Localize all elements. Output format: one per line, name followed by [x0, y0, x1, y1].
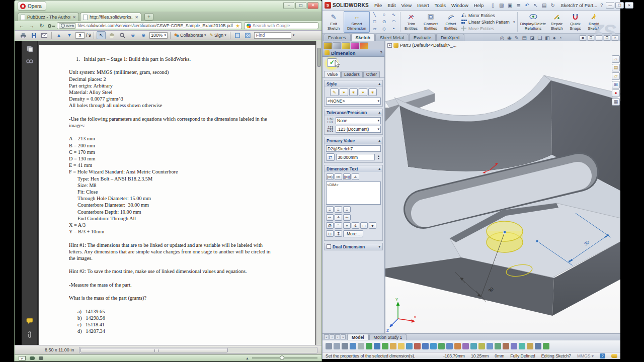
panel-tab-icon[interactable] [360, 42, 368, 49]
browser-tab[interactable]: PubBuzz - The Author ... ✕ [18, 13, 79, 21]
tab-scroll-icon[interactable]: « [324, 334, 329, 339]
value-spinner[interactable]: ▲▼ [376, 155, 381, 160]
save-icon[interactable] [29, 31, 38, 39]
zoom-in-icon[interactable]: ⊕ [139, 31, 148, 39]
sketch-tool-icon[interactable] [495, 343, 501, 349]
sketch-tool-icon[interactable] [406, 343, 413, 349]
sketch-tool-icon[interactable] [487, 343, 493, 349]
previous-page-icon[interactable]: ▲ [54, 31, 63, 39]
quick-access-icon[interactable]: ▨ [498, 2, 505, 9]
graphics-viewport[interactable]: + Part3 (Default<<Default>_... [385, 41, 620, 340]
minimize-button[interactable]: — [606, 2, 614, 9]
sketch-entity-icon[interactable]: • [389, 26, 398, 33]
sketch-entity-icon[interactable]: ⊙ [379, 19, 389, 26]
new-tab-button[interactable]: + [144, 13, 153, 21]
display-delete-relations-button[interactable]: Display/Delete Relations [519, 11, 547, 33]
symbol-button[interactable]: ° [335, 222, 342, 229]
quick-snaps-button[interactable]: Quick Snaps [567, 11, 585, 33]
scrollbar-thumb[interactable] [80, 348, 227, 352]
url-field[interactable]: Web files.solidworks.com/services/certif… [57, 22, 242, 29]
move-entities-button[interactable]: Move Entities [460, 26, 513, 32]
style-button[interactable]: ✶ [359, 88, 367, 96]
zoom-menu-icon[interactable]: ▲ [246, 356, 249, 360]
menu-item[interactable]: Help [471, 2, 487, 9]
sketch-tool-icon[interactable] [519, 343, 525, 349]
reload-button[interactable]: ↻ [38, 23, 46, 29]
sketch-tool-icon[interactable] [446, 343, 453, 349]
value-link-icon[interactable]: ⇄ [326, 153, 335, 161]
slider-handle[interactable] [280, 355, 284, 360]
sketch-tool-icon[interactable] [398, 343, 405, 349]
sketch-tool-icon[interactable] [438, 343, 445, 349]
menu-item[interactable]: File [372, 2, 384, 9]
task-pane-icon[interactable]: ▦ [612, 98, 620, 106]
web-badge[interactable]: Web [59, 23, 76, 29]
zoom-level-select[interactable]: 100%▾ [149, 32, 168, 39]
menu-item[interactable]: Edit [385, 2, 398, 9]
sketch-tool-icon[interactable] [511, 343, 517, 349]
sketch-tool-icon[interactable] [326, 343, 332, 349]
doc-restore-button[interactable]: ❐ [604, 35, 610, 41]
select-tool-icon[interactable]: ↖ [97, 31, 106, 39]
email-icon[interactable] [40, 31, 49, 39]
model-tab[interactable]: Motion Study 1 [369, 334, 407, 340]
trim-entities-button[interactable]: Trim Entities [402, 11, 420, 33]
style-dropdown[interactable]: <NONE>▾ [326, 98, 381, 105]
sketch-tool-icon[interactable] [414, 343, 421, 349]
task-pane-icon[interactable]: ▱ [612, 72, 620, 80]
symbol-button[interactable]: □ [360, 222, 368, 229]
sketch-entity-icon[interactable]: ○ [379, 12, 389, 19]
text-justify-button[interactable]: ≛ [335, 214, 342, 221]
smart-dimension-button[interactable]: ↔ Smart Dimension [344, 11, 370, 33]
ribbon-tab[interactable]: Sheet Metal [375, 34, 409, 41]
search-input[interactable]: Search with Google [244, 22, 318, 29]
quick-access-icon[interactable]: ↻ [549, 2, 556, 9]
capture-icon[interactable] [39, 356, 43, 360]
sketch-tool-icon[interactable] [503, 343, 509, 349]
quick-access-icon[interactable]: ▯ [489, 2, 497, 9]
view-tool-icon[interactable]: ❏ [537, 35, 542, 41]
menu-item[interactable]: Window [449, 2, 471, 9]
print-icon[interactable] [19, 31, 28, 39]
text-justify-button[interactable]: •≡ [326, 214, 334, 221]
find-options-icon[interactable]: ▾ [293, 33, 295, 37]
ribbon-tab[interactable]: Features [324, 34, 351, 41]
tree-expand-icon[interactable]: + [387, 43, 392, 48]
linear-sketch-pattern-button[interactable]: Linear Sketch Pattern [460, 19, 513, 25]
pdf-vertical-scrollbar[interactable] [316, 41, 321, 345]
sign-button[interactable]: ✎ Sign▾ [209, 31, 227, 39]
sketch-tool-icon[interactable] [478, 343, 485, 349]
sketch-tool-icon[interactable] [430, 343, 437, 349]
sketch-tool-icon[interactable] [422, 343, 429, 349]
sketch-tool-icon[interactable] [470, 343, 477, 349]
page-zoom-slider[interactable] [252, 357, 317, 358]
task-pane-icon[interactable]: ⌂ [612, 55, 620, 63]
view-tool-icon[interactable]: ▤ [522, 35, 526, 41]
style-button[interactable]: ✶ [349, 88, 358, 96]
sketch-entity-icon[interactable]: ◠ [389, 19, 398, 26]
text-align-button[interactable]: ≡ [335, 206, 342, 213]
symbol-extra-button[interactable]: ⊔ [326, 230, 334, 237]
find-input[interactable]: Find [254, 32, 291, 39]
panel-tab-icon[interactable] [342, 42, 350, 49]
close-button[interactable]: ✕ [625, 2, 633, 9]
view-tool-icon[interactable]: ◪ [530, 35, 534, 41]
sketch-tool-icon[interactable] [535, 343, 541, 349]
sketch-tool-icon[interactable] [358, 343, 364, 349]
text-justify-button[interactable]: ≡• [343, 214, 351, 221]
style-button[interactable]: ✶ [368, 88, 377, 96]
pdf-viewer[interactable]: 1. Initial part – Stage 1: Build this pa… [38, 41, 321, 345]
sketch-tool-icon[interactable] [374, 343, 380, 349]
dimension-name-field[interactable]: D2@Sketch7 [326, 145, 381, 152]
scrollbar-thumb[interactable] [317, 48, 321, 67]
symbol-button[interactable]: ▾ [369, 222, 376, 229]
style-button[interactable]: ✎ [330, 88, 339, 96]
tab-scroll-icon[interactable]: › [335, 334, 340, 339]
menu-item[interactable]: View [399, 2, 414, 9]
panel-tab[interactable]: Other [363, 71, 380, 77]
link-key-icon[interactable] [48, 24, 55, 28]
zoom-tool-icon[interactable] [118, 31, 127, 39]
text-align-button[interactable]: ≡ [326, 206, 334, 213]
pattern-flyout-icon[interactable]: ▾ [513, 20, 516, 24]
tab-scroll-icon[interactable]: ‹ [330, 334, 335, 339]
